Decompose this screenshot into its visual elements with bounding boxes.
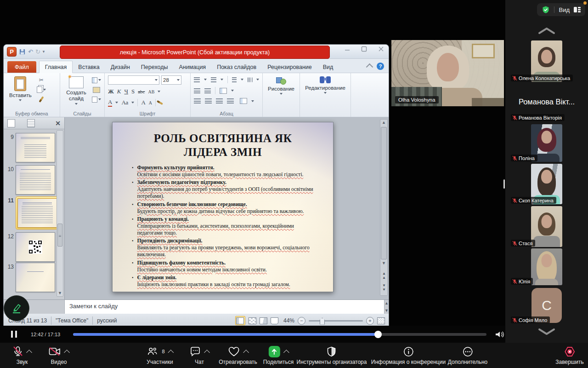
sidebar-resize-handle[interactable] [503, 179, 505, 189]
section-button[interactable] [92, 96, 101, 103]
scroll-up-icon[interactable]: ▲ [380, 120, 387, 126]
editing-dropdown-button[interactable]: Редактирование [303, 75, 348, 109]
participant-tile[interactable]: Юлія [505, 248, 588, 286]
qat-dropdown-icon[interactable]: ▾ [43, 50, 45, 54]
zoom-slider-thumb[interactable] [320, 318, 325, 325]
view-reading-button[interactable] [260, 317, 267, 324]
scroll-down-icon[interactable]: ▼ [380, 260, 387, 266]
minimize-button[interactable] [345, 46, 350, 52]
cut-button[interactable]: ✂ [37, 76, 46, 84]
view-slideshow-button[interactable] [271, 317, 278, 324]
save-icon[interactable] [19, 48, 26, 55]
tab-view[interactable]: Вид [317, 61, 339, 73]
slide-thumbnail-13[interactable]: 13 [6, 263, 55, 292]
chat-options-chevron[interactable] [204, 350, 210, 356]
meeting-info-button[interactable]: Информация о конференции [371, 346, 446, 365]
speaker-video-tile[interactable]: Olha Voloshyna [391, 40, 504, 106]
copy-button[interactable] [37, 86, 46, 93]
progress-handle[interactable] [374, 331, 382, 338]
align-right-button[interactable] [216, 98, 223, 104]
chat-button[interactable]: Чат [190, 346, 209, 365]
slide-thumbnail-11-selected[interactable]: 11 [6, 196, 59, 230]
next-slide-button[interactable]: ▼▼ [380, 283, 387, 292]
participants-button[interactable]: 8 Участники [147, 346, 173, 365]
security-shield-icon[interactable] [542, 6, 550, 14]
tab-transitions[interactable]: Переходы [136, 61, 174, 73]
volume-icon[interactable] [495, 330, 504, 339]
zoom-in-button[interactable]: + [366, 317, 374, 325]
increase-indent-button[interactable] [204, 88, 211, 93]
video-options-chevron[interactable] [64, 350, 70, 356]
host-tools-button[interactable]: Инструменты организатора [297, 346, 367, 365]
chevron-down-icon[interactable] [537, 328, 557, 336]
notes-scroll-down-icon[interactable]: ▼ [384, 308, 389, 313]
tab-animations[interactable]: Анимация [173, 61, 211, 73]
smartart-convert-button[interactable] [240, 98, 247, 104]
redo-icon[interactable]: ↻ [35, 49, 40, 55]
maximize-button[interactable] [361, 46, 367, 52]
underline-button[interactable]: Ч [124, 88, 128, 95]
align-center-button[interactable] [205, 98, 212, 104]
more-button[interactable]: Дополнительно [448, 346, 487, 365]
outline-tab-icon[interactable] [27, 119, 35, 127]
chevron-up-icon[interactable] [537, 27, 557, 35]
participant-tile[interactable]: Поліна [505, 124, 588, 163]
progress-bar[interactable] [73, 333, 486, 336]
fit-to-window-button[interactable] [377, 317, 385, 324]
notes-scroll-up-icon[interactable]: ▲ [384, 301, 389, 305]
share-options-chevron[interactable] [283, 350, 289, 356]
undo-icon[interactable]: ↶ [28, 49, 33, 55]
participant-tile[interactable]: Скоп Катерина [505, 164, 588, 205]
pause-button[interactable] [11, 331, 17, 338]
bold-button[interactable]: Ж [108, 88, 114, 95]
react-button[interactable]: Отреагировать [219, 346, 257, 365]
text-shadow-button[interactable]: S [131, 88, 135, 95]
zoom-percentage[interactable]: 44% [283, 317, 294, 324]
audio-options-chevron[interactable] [26, 350, 32, 356]
paste-button[interactable]: Вставить [7, 75, 34, 109]
current-slide[interactable]: РОЛЬ ОСВІТЯНИНА ЯК ЛІДЕРА ЗМІН •Формують… [112, 122, 334, 292]
slide-thumbnail-12[interactable]: 12 [6, 232, 55, 262]
drawing-dropdown-button[interactable]: Рисование [266, 75, 297, 109]
help-icon[interactable]: ? [377, 63, 384, 70]
tab-home[interactable]: Главная [39, 61, 73, 73]
new-slide-button[interactable]: Создать слайд [63, 75, 89, 109]
ppt-title-bar[interactable]: P ↶ ↻ ▾ лекція - Microsoft PowerPoint (С… [4, 45, 389, 59]
shrink-font-button[interactable]: А [149, 100, 152, 105]
justify-button[interactable] [227, 98, 234, 104]
annotation-tools-button[interactable] [4, 295, 29, 321]
close-button[interactable] [378, 46, 384, 52]
tab-insert[interactable]: Вставка [73, 61, 105, 73]
tab-design[interactable]: Дизайн [105, 61, 136, 73]
end-meeting-button[interactable]: Завершить [555, 346, 584, 365]
font-size-combo[interactable]: 28 [161, 75, 181, 85]
tab-file[interactable]: Файл [7, 61, 36, 73]
participant-tile[interactable]: Стася [505, 206, 588, 248]
view-sorter-button[interactable] [249, 317, 256, 324]
strikethrough-button[interactable]: abc [138, 89, 145, 94]
numbering-button[interactable] [211, 77, 217, 82]
zoom-slider[interactable] [309, 320, 363, 322]
thumbnail-scrollbar[interactable]: ▼ [57, 130, 63, 297]
close-pane-icon[interactable]: ✕ [55, 120, 61, 127]
theme-name[interactable]: "Тема Office" [56, 317, 88, 324]
text-direction-button[interactable] [247, 77, 252, 82]
participant-tile[interactable]: Олена Колохатирська [505, 40, 588, 83]
change-case-button[interactable]: Аа [121, 99, 128, 106]
participants-options-chevron[interactable] [168, 350, 174, 356]
bullets-button[interactable] [194, 77, 200, 82]
line-spacing-button[interactable] [232, 77, 237, 82]
slide-thumbnail-9[interactable]: 9 [6, 133, 55, 162]
character-spacing-button[interactable]: АВ [148, 89, 154, 94]
slide-thumbnail-10[interactable]: 10 [6, 165, 55, 195]
paste-dropdown-icon[interactable] [19, 99, 22, 101]
tab-slideshow[interactable]: Показ слайдов [211, 61, 262, 73]
language-indicator[interactable]: русский [97, 317, 117, 324]
view-normal-button[interactable] [235, 316, 245, 325]
slide-scrollbar[interactable]: ▲ ▼ ▲▲ ▼▼ [380, 119, 388, 296]
video-button[interactable]: Видео [49, 346, 69, 365]
participant-tile-video-off[interactable]: Романова Вікт... Романова Вікторія [505, 86, 588, 122]
view-grid-icon[interactable] [574, 6, 581, 13]
format-painter-button[interactable] [37, 96, 46, 103]
zoom-out-button[interactable]: − [298, 317, 305, 325]
